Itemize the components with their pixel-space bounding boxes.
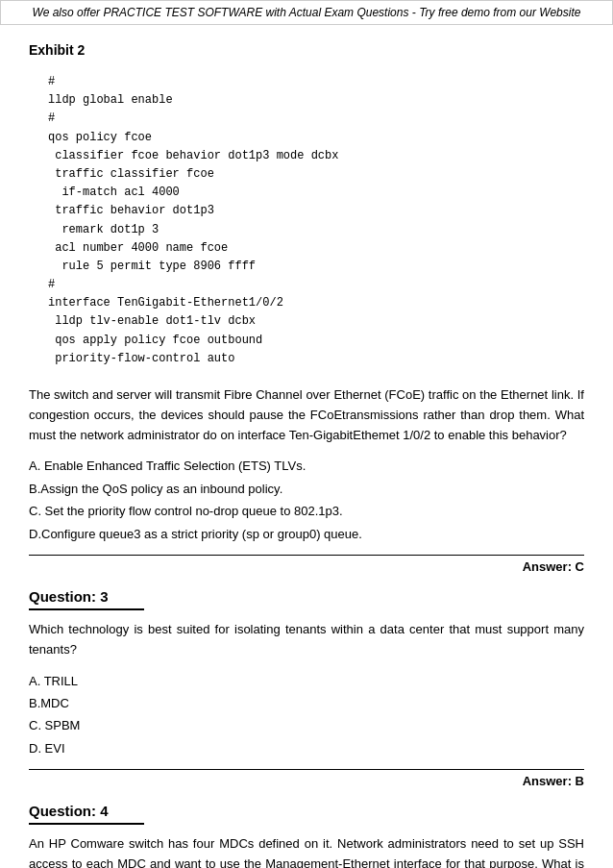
question3-options: A. TRILL B.MDC C. SPBM D. EVI	[29, 670, 584, 760]
question4-body: An HP Comware switch has four MDCs defin…	[29, 834, 584, 868]
option-a: A. Enable Enhanced Traffic Selection (ET…	[29, 455, 584, 477]
code-line: #	[48, 110, 565, 128]
code-line: interface TenGigabit-Ethernet1/0/2	[48, 294, 565, 312]
code-line: qos policy fcoe	[48, 129, 565, 147]
code-line: #	[48, 276, 565, 294]
question4-heading: Question: 4	[29, 803, 584, 819]
code-line: traffic classifier fcoe	[48, 165, 565, 184]
code-line: lldp global enable	[48, 91, 565, 110]
code-line: qos apply policy fcoe outbound	[48, 332, 565, 350]
answer2-box: Answer: C	[29, 555, 584, 574]
question2-options: A. Enable Enhanced Traffic Selection (ET…	[29, 455, 584, 545]
banner-text: We also offer PRACTICE TEST SOFTWARE wit…	[33, 6, 581, 19]
question4-underline	[29, 823, 144, 825]
code-line: rule 5 permit type 8906 ffff	[48, 258, 565, 276]
question3-heading: Question: 3	[29, 588, 584, 605]
option-d: D.Configure queue3 as a strict priority …	[29, 523, 584, 545]
code-line: traffic behavior dot1p3	[48, 202, 565, 220]
answer3-box: Answer: B	[29, 769, 584, 788]
code-line: priority-flow-control auto	[48, 350, 565, 368]
answer2-label: Answer: C	[523, 559, 584, 574]
answer3-label: Answer: B	[523, 774, 584, 788]
code-block: # lldp global enable # qos policy fcoe c…	[29, 65, 584, 376]
q3-option-d: D. EVI	[29, 737, 584, 759]
option-b: B.Assign the QoS policy as an inbound po…	[29, 478, 584, 500]
q3-option-b: B.MDC	[29, 692, 584, 714]
q3-option-a: A. TRILL	[29, 670, 584, 692]
q3-option-c: C. SPBM	[29, 714, 584, 736]
question3-underline	[29, 608, 144, 610]
code-line: remark dot1p 3	[48, 221, 565, 239]
page-container: We also offer PRACTICE TEST SOFTWARE wit…	[0, 0, 613, 868]
top-banner: We also offer PRACTICE TEST SOFTWARE wit…	[0, 0, 613, 25]
code-line: lldp tlv-enable dot1-tlv dcbx	[48, 312, 565, 331]
code-line: if-match acl 4000	[48, 184, 565, 202]
exhibit-title: Exhibit 2	[29, 42, 584, 58]
code-line: acl number 4000 name fcoe	[48, 239, 565, 258]
question3-body: Which technology is best suited for isol…	[29, 620, 584, 660]
code-line: classifier fcoe behavior dot1p3 mode dcb…	[48, 147, 565, 165]
code-line: #	[48, 73, 565, 91]
question2-body: The switch and server will transmit Fibr…	[29, 385, 584, 445]
option-c: C. Set the priority flow control no-drop…	[29, 500, 584, 522]
content-area: Exhibit 2 # lldp global enable # qos pol…	[0, 25, 613, 868]
